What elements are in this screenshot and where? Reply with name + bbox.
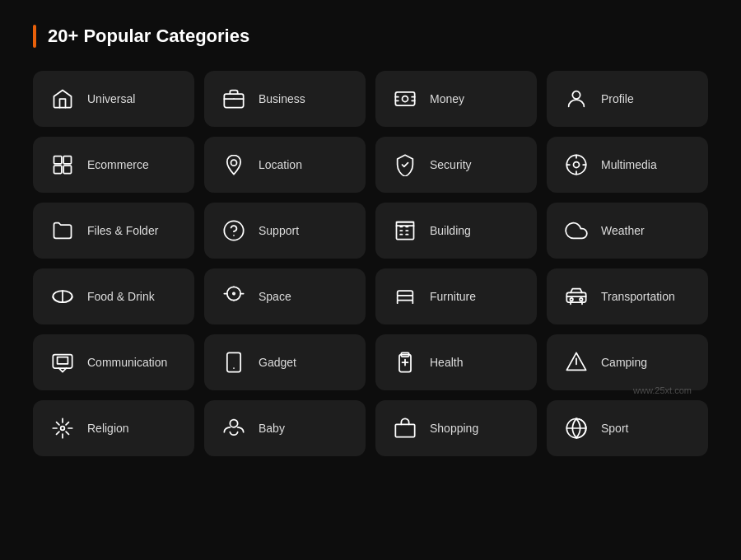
- category-card-business[interactable]: Business: [204, 71, 366, 127]
- svg-point-20: [570, 298, 573, 301]
- location-icon: [221, 152, 247, 178]
- category-label-transportation: Transportation: [601, 290, 675, 303]
- category-label-shopping: Shopping: [430, 422, 478, 435]
- category-label-religion: Religion: [87, 422, 129, 435]
- sport-icon: [563, 415, 590, 441]
- category-card-files-folder[interactable]: Files & Folder: [33, 203, 194, 259]
- svg-rect-7: [54, 166, 62, 173]
- svg-rect-18: [398, 296, 413, 301]
- camping-icon: [563, 349, 590, 376]
- weather-icon: [563, 217, 590, 244]
- page-header: 20+ Popular Categories: [33, 25, 708, 48]
- category-card-universal[interactable]: Universal: [33, 71, 194, 127]
- food-icon: [49, 283, 76, 310]
- support-icon: [221, 217, 247, 244]
- space-icon: [221, 283, 247, 310]
- category-label-weather: Weather: [601, 224, 645, 237]
- category-card-communication[interactable]: Communication: [33, 334, 194, 390]
- category-card-building[interactable]: Building: [375, 203, 537, 259]
- multimedia-icon: [563, 152, 590, 178]
- category-label-health: Health: [430, 356, 463, 369]
- furniture-icon: [392, 283, 418, 310]
- category-grid: UniversalBusinessMoneyProfileEcommerceLo…: [33, 71, 708, 456]
- category-label-multimedia: Multimedia: [601, 158, 657, 171]
- category-label-ecommerce: Ecommerce: [87, 158, 149, 171]
- category-label-baby: Baby: [259, 422, 285, 435]
- category-label-files-folder: Files & Folder: [87, 224, 158, 237]
- category-label-security: Security: [430, 158, 472, 171]
- page-title: 20+ Popular Categories: [48, 26, 249, 47]
- svg-rect-14: [397, 222, 414, 240]
- category-card-furniture[interactable]: Furniture: [375, 268, 537, 324]
- category-card-gadget[interactable]: Gadget: [204, 334, 366, 390]
- category-card-security[interactable]: Security: [375, 137, 537, 193]
- money-icon: [392, 86, 418, 112]
- svg-rect-0: [224, 94, 243, 107]
- svg-rect-6: [63, 156, 71, 164]
- category-card-sport[interactable]: Sport: [547, 400, 708, 456]
- accent-bar: [33, 25, 36, 48]
- category-card-food-drink[interactable]: Food & Drink: [33, 268, 194, 324]
- briefcase-icon: [221, 86, 247, 112]
- communication-icon: [49, 349, 76, 376]
- building-icon: [392, 217, 418, 244]
- gadget-icon: [221, 349, 247, 376]
- category-card-location[interactable]: Location: [204, 137, 366, 193]
- svg-point-9: [231, 160, 237, 166]
- category-card-health[interactable]: Health: [375, 334, 537, 390]
- svg-point-21: [580, 298, 583, 301]
- svg-rect-8: [63, 166, 71, 173]
- category-label-business: Business: [259, 92, 305, 105]
- profile-icon: [563, 86, 590, 112]
- category-label-camping: Camping: [601, 356, 647, 369]
- category-card-ecommerce[interactable]: Ecommerce: [33, 137, 194, 193]
- svg-point-4: [572, 91, 580, 99]
- svg-rect-22: [227, 352, 240, 371]
- category-card-multimedia[interactable]: Multimedia: [547, 137, 708, 193]
- category-card-transportation[interactable]: Transportation: [547, 268, 708, 324]
- svg-rect-30: [395, 424, 414, 436]
- category-label-universal: Universal: [87, 92, 135, 105]
- category-card-space[interactable]: Space: [204, 268, 366, 324]
- category-label-money: Money: [430, 92, 464, 105]
- category-card-camping[interactable]: Camping: [547, 334, 708, 390]
- category-card-weather[interactable]: Weather: [547, 203, 708, 259]
- category-label-furniture: Furniture: [430, 290, 476, 303]
- files-icon: [49, 217, 76, 244]
- health-icon: [392, 349, 418, 376]
- religion-icon: [49, 415, 76, 441]
- security-icon: [392, 152, 418, 178]
- home-icon: [49, 86, 76, 112]
- transportation-icon: [563, 283, 590, 310]
- ecommerce-icon: [49, 152, 76, 178]
- category-label-space: Space: [259, 290, 291, 303]
- category-label-profile: Profile: [601, 92, 634, 105]
- svg-rect-19: [566, 292, 585, 302]
- baby-icon: [221, 415, 247, 441]
- shopping-icon: [392, 415, 418, 441]
- svg-point-12: [224, 221, 243, 240]
- svg-rect-5: [54, 156, 62, 164]
- category-label-sport: Sport: [601, 422, 628, 435]
- svg-point-3: [403, 96, 408, 102]
- svg-point-11: [574, 162, 580, 168]
- category-card-religion[interactable]: Religion: [33, 400, 194, 456]
- category-card-shopping[interactable]: Shopping: [375, 400, 537, 456]
- category-label-communication: Communication: [87, 356, 167, 369]
- category-card-money[interactable]: Money: [375, 71, 537, 127]
- category-label-location: Location: [259, 158, 302, 171]
- svg-rect-2: [395, 92, 414, 105]
- category-card-support[interactable]: Support: [204, 203, 366, 259]
- category-label-gadget: Gadget: [259, 356, 296, 369]
- svg-point-28: [61, 427, 65, 431]
- category-label-support: Support: [259, 224, 299, 237]
- svg-point-29: [230, 420, 237, 427]
- category-card-baby[interactable]: Baby: [204, 400, 366, 456]
- category-label-food-drink: Food & Drink: [87, 290, 155, 303]
- svg-point-17: [233, 292, 235, 294]
- category-label-building: Building: [430, 224, 471, 237]
- category-card-profile[interactable]: Profile: [547, 71, 708, 127]
